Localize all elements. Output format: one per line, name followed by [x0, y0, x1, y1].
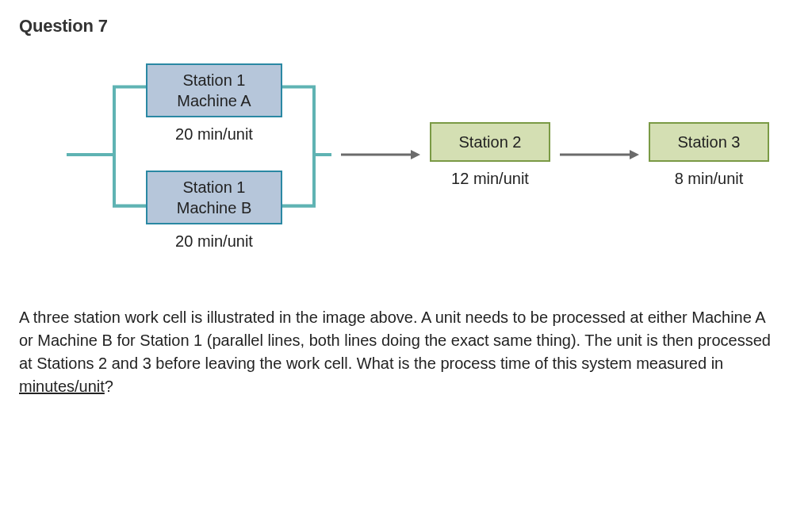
arrow-to-station3: [560, 147, 639, 163]
question-text: A three station work cell is illustrated…: [19, 309, 771, 372]
svg-marker-3: [630, 150, 639, 159]
station3-rate: 8 min/unit: [675, 170, 744, 188]
station1b-title: Station 1: [165, 177, 263, 197]
workcell-diagram: Station 1 Machine A 20 min/unit Station …: [19, 59, 793, 251]
station1b-subtitle: Machine B: [165, 197, 263, 218]
merge-bracket: [282, 59, 331, 251]
arrow-to-station2: [341, 147, 420, 163]
question-trailing: ?: [105, 378, 113, 395]
station2-rate: 12 min/unit: [451, 170, 529, 188]
station1a-rate: 20 min/unit: [175, 125, 253, 144]
split-bracket: [97, 59, 146, 251]
question-label: Question 7: [19, 16, 793, 36]
underlined-term: minutes/unit: [19, 378, 105, 395]
svg-marker-1: [411, 150, 420, 159]
entry-line: [67, 153, 97, 156]
station3-label: Station 3: [678, 133, 741, 151]
question-body: A three station work cell is illustrated…: [19, 306, 780, 398]
station1a-title: Station 1: [165, 70, 263, 90]
station3: Station 3 8 min/unit: [649, 122, 769, 188]
station1-machine-b: Station 1 Machine B 20 min/unit: [146, 171, 282, 251]
station2: Station 2 12 min/unit: [430, 122, 550, 188]
station1-machine-a: Station 1 Machine A 20 min/unit: [146, 63, 282, 144]
station1b-rate: 20 min/unit: [175, 232, 253, 251]
station2-label: Station 2: [459, 133, 522, 151]
station1a-subtitle: Machine A: [165, 90, 263, 111]
